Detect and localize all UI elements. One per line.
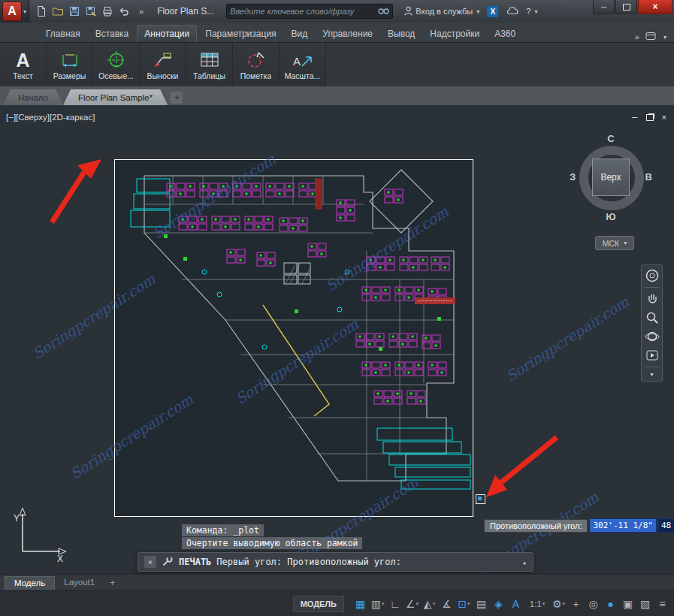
- ribbon-tab-5[interactable]: Управление: [316, 26, 379, 42]
- open-folder-icon[interactable]: [52, 5, 64, 17]
- ribbon-button-dimension[interactable]: Размеры: [47, 43, 92, 86]
- dynamic-input-value[interactable]: 302'-11 1/8": [589, 518, 656, 533]
- viewcube[interactable]: Верх С Ю З В: [571, 134, 651, 222]
- crosshair-pickbox-cursor: [476, 494, 485, 504]
- save-as-icon[interactable]: [85, 5, 97, 17]
- snap-icon[interactable]: ▥▾: [369, 594, 386, 614]
- command-close-icon[interactable]: ✕: [144, 556, 156, 568]
- zoom-icon[interactable]: [645, 310, 660, 325]
- chevron-down-icon: ▾: [534, 8, 537, 15]
- hardware-acceleration-icon[interactable]: ●: [602, 594, 619, 614]
- autoscale-icon[interactable]: A: [507, 594, 524, 614]
- background-image-icon[interactable]: ▣: [619, 594, 636, 614]
- save-icon[interactable]: [68, 5, 80, 17]
- plot-icon[interactable]: [101, 5, 113, 17]
- quick-access-toolbar: [29, 5, 136, 17]
- model-tab[interactable]: Модель: [5, 576, 55, 590]
- command-prompt-text: Первый угол: Противоположный угол:: [216, 557, 401, 567]
- ribbon-button-markup[interactable]: Пометка: [233, 43, 279, 86]
- viewport-minimize-icon[interactable]: ─: [632, 113, 638, 122]
- centerline-icon: [105, 49, 128, 71]
- viewcube-south-label[interactable]: Ю: [606, 211, 615, 222]
- file-tab-start[interactable]: Начало: [3, 89, 63, 105]
- viewport-close-icon[interactable]: ×: [662, 113, 666, 122]
- dynamic-input-value2[interactable]: 48: [658, 518, 674, 533]
- maximize-button[interactable]: [615, 0, 637, 14]
- command-tools-icon[interactable]: [162, 555, 174, 569]
- customization-icon[interactable]: ≡: [654, 594, 671, 614]
- ribbon-tab-1[interactable]: Вставка: [89, 26, 136, 42]
- viewcube-east-label[interactable]: В: [645, 171, 652, 183]
- ribbon-button-text[interactable]: AТекст: [0, 43, 46, 86]
- a360-cloud-icon[interactable]: [506, 5, 518, 18]
- viewcube-north-label[interactable]: С: [607, 133, 614, 144]
- text-icon: A: [16, 49, 29, 71]
- viewport-controls-label[interactable]: [−][Сверху][2D-каркас]: [6, 113, 95, 122]
- ribbon-tab-7[interactable]: Надстройки: [423, 26, 486, 42]
- lineweight-icon[interactable]: ▤: [473, 594, 490, 614]
- ribbon-tab-8[interactable]: A360: [488, 26, 522, 42]
- svg-text:A: A: [293, 55, 301, 68]
- undo-icon[interactable]: [118, 5, 130, 17]
- command-history-toggle-icon[interactable]: ▴: [522, 558, 527, 566]
- tabs-overflow-icon[interactable]: »: [635, 32, 639, 41]
- ribbon-button-leader[interactable]: Выноски: [140, 43, 186, 86]
- maximize-icon: [623, 4, 630, 11]
- navigation-bar: ▾: [641, 264, 663, 382]
- object-snap-tracking-icon[interactable]: ∡: [438, 594, 455, 614]
- isodraft-icon[interactable]: ◭▾: [421, 594, 438, 614]
- pan-icon[interactable]: [645, 291, 660, 306]
- ucs-icon: Y X: [12, 502, 72, 563]
- new-file-icon[interactable]: [35, 5, 47, 17]
- annotation-visibility-icon[interactable]: ◈: [490, 594, 507, 614]
- viewcube-west-label[interactable]: З: [570, 171, 576, 183]
- application-menu-button[interactable]: A ▾: [0, 0, 29, 23]
- chevron-down-icon[interactable]: ▾: [663, 34, 666, 41]
- window-title: Floor Plan S...: [157, 6, 214, 17]
- polar-tracking-icon[interactable]: ∠▾: [403, 594, 421, 614]
- qat-overflow-icon[interactable]: »: [139, 7, 144, 16]
- ribbon-button-annotation-scale[interactable]: AМасшта...: [280, 43, 325, 86]
- ribbon-tab-bar: ГлавнаяВставкаАннотацииПараметризацияВид…: [0, 23, 674, 43]
- ribbon-tab-6[interactable]: Вывод: [381, 26, 422, 42]
- clean-screen-icon[interactable]: ▨: [636, 594, 654, 614]
- ribbon-button-table[interactable]: Таблицы: [186, 43, 232, 86]
- svg-text:Y: Y: [14, 513, 20, 524]
- ribbon-tab-3[interactable]: Параметризация: [198, 26, 283, 42]
- window-controls: ─ ×: [592, 0, 672, 14]
- minimize-button[interactable]: ─: [593, 0, 615, 14]
- ucs-dropdown-button[interactable]: МСК ▾: [595, 236, 634, 250]
- ribbon-options-icon[interactable]: [645, 32, 656, 42]
- crosshair-icon[interactable]: +: [567, 594, 585, 614]
- help-button[interactable]: ? ▾: [526, 7, 537, 16]
- showmotion-icon[interactable]: [645, 348, 660, 363]
- sign-in-button[interactable]: Вход в службы ▾: [403, 6, 479, 17]
- workspace-icon[interactable]: ⚙▾: [550, 594, 567, 614]
- file-tab-floor-plan[interactable]: Floor Plan Sample*: [63, 89, 168, 105]
- ortho-icon[interactable]: ∟: [386, 594, 403, 614]
- viewcube-top-face[interactable]: Верх: [592, 159, 630, 196]
- search-binoculars-icon[interactable]: [378, 5, 389, 18]
- ribbon-button-centerline[interactable]: Осевые...: [93, 43, 139, 86]
- floor-plan-drawing: [114, 159, 473, 517]
- orbit-icon[interactable]: [645, 329, 660, 344]
- annotation-scale-icon[interactable]: 1:1▾: [524, 594, 550, 614]
- search-box[interactable]: Введите ключевое слово/фразу: [226, 4, 393, 19]
- exchange-apps-icon[interactable]: X: [487, 6, 498, 17]
- ribbon-tab-4[interactable]: Вид: [285, 26, 315, 42]
- navbar-more-icon[interactable]: ▾: [650, 371, 653, 378]
- grid-icon[interactable]: ▦: [352, 594, 369, 614]
- layout1-tab[interactable]: Layout1: [55, 576, 104, 590]
- viewport-restore-icon[interactable]: [646, 114, 654, 121]
- new-drawing-tab-button[interactable]: +: [171, 92, 183, 104]
- close-button[interactable]: ×: [638, 0, 672, 14]
- drawing-area[interactable]: [−][Сверху][2D-каркас] ─ ×: [0, 105, 674, 574]
- navigation-wheel-icon[interactable]: [645, 268, 660, 283]
- command-line[interactable]: ✕ ПЕЧАТЬ Первый угол: Противоположный уг…: [138, 552, 533, 572]
- model-space-button[interactable]: МОДЕЛЬ: [293, 596, 344, 612]
- new-layout-button[interactable]: +: [104, 578, 121, 588]
- object-snap-icon[interactable]: ⊡▾: [455, 594, 473, 614]
- ribbon-tab-0[interactable]: Главная: [39, 26, 87, 42]
- isolate-objects-icon[interactable]: ◎: [585, 594, 602, 614]
- ribbon-tab-2[interactable]: Аннотации: [137, 25, 197, 42]
